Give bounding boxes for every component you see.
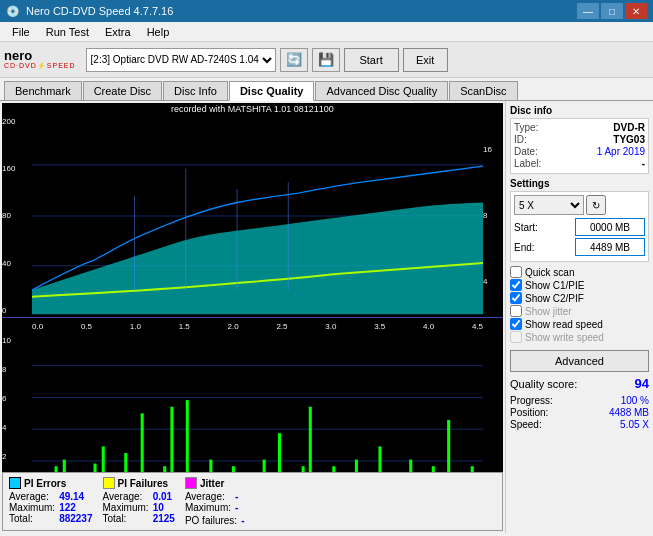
show-jitter-checkbox[interactable] [510,305,522,317]
minimize-button[interactable]: — [577,3,599,19]
disc-label-label: Label: [514,158,541,169]
chart-container: recorded with MATSHITA 1.01 08121100 200… [2,103,503,472]
settings-title: Settings [510,178,649,189]
tab-disc-quality[interactable]: Disc Quality [229,81,315,101]
speed-refresh-button[interactable]: ↻ [586,195,606,215]
show-write-speed-row: Show write speed [510,331,649,343]
jitter-max-val: - [235,502,238,513]
tab-bar: Benchmark Create Disc Disc Info Disc Qua… [0,78,653,101]
disc-date-val: 1 Apr 2019 [597,146,645,157]
show-c1-checkbox[interactable] [510,279,522,291]
svg-rect-60 [409,460,412,472]
pi-errors-total-val: 882237 [59,513,92,524]
end-label: End: [514,242,535,253]
pi-failures-total-val: 2125 [153,513,175,524]
svg-rect-31 [186,400,189,472]
show-read-speed-checkbox[interactable] [510,318,522,330]
jitter-avg-val: - [235,491,238,502]
tab-advanced-disc-quality[interactable]: Advanced Disc Quality [315,81,448,100]
quick-scan-checkbox[interactable] [510,266,522,278]
svg-rect-46 [302,466,305,472]
window-title: Nero CD-DVD Speed 4.7.7.16 [26,5,173,17]
menu-help[interactable]: Help [139,24,178,40]
disc-date-label: Date: [514,146,538,157]
drive-select[interactable]: [2:3] Optiarc DVD RW AD-7240S 1.04 [86,48,276,72]
advanced-button[interactable]: Advanced [510,350,649,372]
disc-date-row: Date: 1 Apr 2019 [514,146,645,157]
disc-info-title: Disc info [510,105,649,116]
tab-benchmark[interactable]: Benchmark [4,81,82,100]
svg-rect-25 [141,413,144,472]
stats-bar: PI Errors Average: Maximum: Total: 49.14… [2,472,503,531]
start-button[interactable]: Start [344,48,399,72]
progress-label: Progress: [510,395,553,406]
jitter-title: Jitter [200,478,224,489]
svg-rect-14 [55,466,58,472]
end-input[interactable] [575,238,645,256]
close-button[interactable]: ✕ [625,3,647,19]
disc-id-row: ID: TYG03 [514,134,645,145]
progress-section: Progress: 100 % Position: 4488 MB Speed:… [510,395,649,430]
svg-rect-50 [332,466,335,472]
svg-rect-53 [355,460,358,472]
y-right-8: 8 [483,211,503,220]
y-label-80: 80 [2,211,32,220]
y-right-16: 16 [483,145,503,154]
svg-rect-63 [432,466,435,472]
svg-rect-47 [309,407,312,472]
disc-label-row: Label: - [514,158,645,169]
pi-errors-avg-val: 49.14 [59,491,92,502]
tab-scan-disc[interactable]: ScanDisc [449,81,517,100]
title-bar: 💿 Nero CD-DVD Speed 4.7.7.16 — □ ✕ [0,0,653,22]
show-write-speed-checkbox[interactable] [510,331,522,343]
nero-logo: nero CD·DVD⚡SPEED [4,49,76,70]
exit-button[interactable]: Exit [403,48,448,72]
save-button[interactable]: 💾 [312,48,340,72]
speed-select[interactable]: 5 X [514,195,584,215]
svg-rect-28 [163,466,166,472]
menu-run-test[interactable]: Run Test [38,24,97,40]
svg-rect-65 [447,420,450,472]
start-label: Start: [514,222,538,233]
svg-rect-23 [124,453,127,472]
po-failures-label: PO failures: [185,515,237,526]
start-input[interactable] [575,218,645,236]
position-row: Position: 4488 MB [510,407,649,418]
lower-chart: 10 8 6 4 2 0 [2,334,503,472]
svg-rect-37 [232,466,235,472]
pi-errors-max-label: Maximum: [9,502,55,513]
y-label-160: 160 [2,164,32,173]
checkboxes-section: Quick scan Show C1/PIE Show C2/PIF Show … [510,264,649,346]
tab-create-disc[interactable]: Create Disc [83,81,162,100]
x-axis-upper: 0.0 0.5 1.0 1.5 2.0 2.5 3.0 3.5 4.0 4.5 [32,322,483,331]
jitter-avg-label: Average: [185,491,231,502]
pi-failures-max-val: 10 [153,502,175,513]
pi-errors-total-label: Total: [9,513,55,524]
menu-extra[interactable]: Extra [97,24,139,40]
svg-rect-56 [378,446,381,472]
menu-bar: File Run Test Extra Help [0,22,653,42]
speed-row: Speed: 5.05 X [510,419,649,430]
svg-rect-41 [263,460,266,472]
show-read-speed-row: Show read speed [510,318,649,330]
pi-errors-avg-label: Average: [9,491,55,502]
nero-brand: nero [4,49,76,62]
main-content: recorded with MATSHITA 1.01 08121100 200… [0,101,653,533]
tab-disc-info[interactable]: Disc Info [163,81,228,100]
show-c2-checkbox[interactable] [510,292,522,304]
y-label-40: 40 [2,259,32,268]
pi-failures-title: PI Failures [118,478,169,489]
chart-panel: recorded with MATSHITA 1.01 08121100 200… [0,101,505,533]
pi-failures-total-label: Total: [103,513,149,524]
toolbar: nero CD·DVD⚡SPEED [2:3] Optiarc DVD RW A… [0,42,653,78]
show-c1-label: Show C1/PIE [525,280,584,291]
jitter-legend [185,477,197,489]
maximize-button[interactable]: □ [601,3,623,19]
show-write-speed-label: Show write speed [525,332,604,343]
refresh-button[interactable]: 🔄 [280,48,308,72]
menu-file[interactable]: File [4,24,38,40]
right-panel: Disc info Type: DVD-R ID: TYG03 Date: 1 … [505,101,653,533]
settings-box: 5 X ↻ Start: End: [510,191,649,262]
pi-failures-avg-label: Average: [103,491,149,502]
pi-failures-legend [103,477,115,489]
